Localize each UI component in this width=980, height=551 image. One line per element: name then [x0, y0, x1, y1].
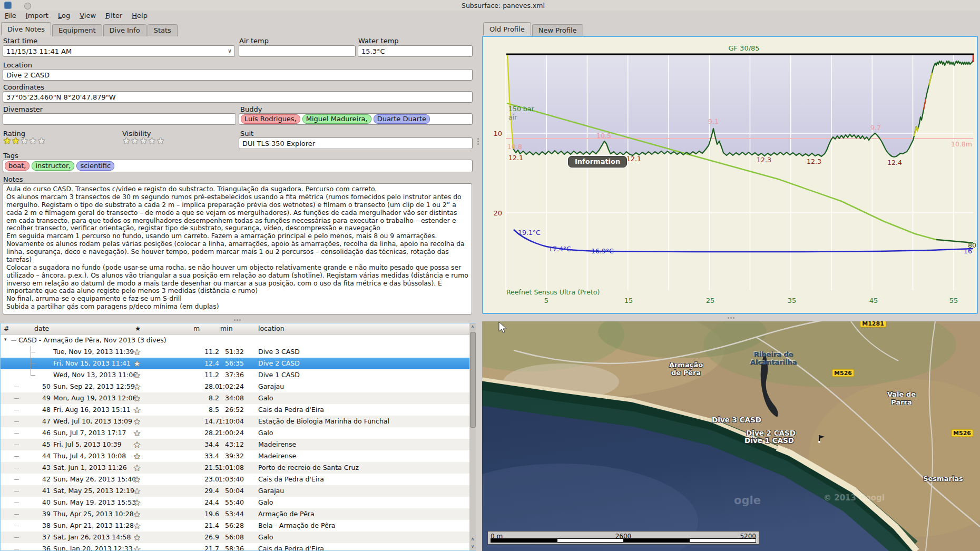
menu-help[interactable]: Help — [127, 11, 152, 21]
star-icon[interactable]: ★ — [156, 136, 165, 145]
suit-label: Suit — [240, 130, 253, 137]
star-icon[interactable]: ★ — [37, 136, 46, 145]
star-icon[interactable]: ★ — [21, 136, 29, 145]
dive-row[interactable]: Fri, Nov 15, 2013 11:41★★★★★12.456:35Div… — [1, 358, 475, 369]
time-axis-tick: 45 — [869, 297, 878, 304]
tab-old-profile[interactable]: Old Profile — [483, 22, 531, 35]
dive-row[interactable]: 39Thu, Apr 25, 2013 10:28★★★★★19.653:44A… — [1, 508, 475, 520]
dive-duration: 1:03:40 — [207, 475, 244, 483]
scroll-up-icon[interactable]: ∧ — [469, 323, 476, 330]
dive-row[interactable]: 36Sun, Jan 20, 2013 12:33★★★★★21.758:36C… — [1, 543, 475, 551]
star-icon[interactable]: ★ — [12, 136, 20, 145]
coordinates-input[interactable] — [3, 91, 473, 103]
buddy-input[interactable]: Luís Rodrigues,Miguel Madureira,Duarte D… — [239, 113, 473, 125]
tag-chip[interactable]: instructor, — [32, 161, 74, 171]
tag-chip[interactable]: boat, — [5, 161, 30, 171]
scroll-down-icon[interactable]: ∨ — [469, 543, 476, 550]
start-time-combobox[interactable] — [3, 45, 235, 57]
dive-row[interactable]: 49Mon, Aug 19, 2013 12:06★★★★★8.234:08Ga… — [1, 392, 475, 404]
star-icon[interactable]: ★ — [148, 136, 156, 145]
buddy-chip[interactable]: Duarte Duarte — [374, 114, 430, 124]
dive-number: 38 — [24, 522, 51, 529]
dive-trip-group-row[interactable]: ▾ CASD - Armação de Pêra, Nov 2013 (3 di… — [1, 334, 475, 346]
menu-view[interactable]: View — [75, 11, 101, 21]
dive-list-header[interactable]: #date★mminlocation — [1, 323, 475, 334]
scrollbar-thumb[interactable] — [470, 332, 476, 428]
star-icon[interactable]: ★ — [29, 136, 37, 145]
star-icon[interactable]: ★ — [122, 136, 131, 145]
dive-site-label[interactable]: Dive 1 CASD — [744, 436, 794, 445]
star-icon[interactable]: ★ — [3, 136, 12, 145]
menu-log[interactable]: Log — [53, 11, 75, 21]
dive-date: Sun, Sep 22, 2013 12:59 — [53, 382, 135, 390]
dive-row[interactable]: 47Wed, Jul 10, 2013 13:09★★★★★14.71:10:0… — [1, 416, 475, 427]
dive-site-label[interactable]: Dive 3 CASD — [712, 416, 761, 424]
dive-location: Dive 1 CASD — [258, 371, 300, 379]
star-icon: ★ — [134, 418, 140, 426]
divemaster-input[interactable] — [3, 113, 236, 125]
dive-location: Cais da Pedra d'Eira — [258, 406, 324, 414]
tags-input[interactable]: boat,instructor,scientific — [3, 160, 473, 172]
vertical-splitter[interactable] — [476, 22, 482, 551]
column-header-2[interactable]: ★ — [135, 324, 141, 332]
dive-row[interactable]: 50Sun, Sep 22, 2013 12:59★★★★★28.01:02:2… — [1, 381, 475, 392]
star-icon: ★ — [134, 499, 140, 507]
star-icon[interactable]: ★ — [140, 136, 148, 145]
splitter-handle[interactable] — [728, 317, 734, 319]
depth-axis-tick: 20 — [493, 209, 502, 217]
column-header-0[interactable]: # — [4, 324, 9, 332]
column-header-3[interactable]: m — [193, 324, 200, 332]
dive-row[interactable]: 40Sun, May 19, 2013 15:53★★★★★24.455:40G… — [1, 497, 475, 508]
notes-textarea[interactable]: Aula do curso CASD. Transectos c/video e… — [3, 183, 472, 314]
dive-location: Cais da Pedra d'Eira — [258, 545, 324, 551]
column-header-1[interactable]: date — [34, 324, 49, 332]
air-temp-input[interactable] — [239, 45, 356, 57]
dive-row[interactable]: Tue, Nov 19, 2013 11:39★★★★★11.251:32Div… — [1, 346, 475, 358]
road-badge: M526 — [832, 369, 854, 377]
buddy-chip[interactable]: Luís Rodrigues, — [241, 114, 300, 124]
time-axis-tick: 35 — [788, 297, 797, 304]
menu-import[interactable]: Import — [21, 11, 53, 21]
notes-label: Notes — [3, 175, 23, 183]
dive-duration: 1:01:08 — [207, 464, 244, 471]
dive-row[interactable]: 41Sat, May 25, 2013 12:19★★★★★29.450:04G… — [1, 485, 475, 497]
column-header-5[interactable]: location — [258, 324, 285, 332]
location-input[interactable] — [3, 69, 473, 81]
rating-stars[interactable]: ★★★★★ — [3, 136, 46, 145]
visibility-stars[interactable]: ★★★★★ — [122, 136, 165, 145]
star-icon: ★ — [134, 546, 140, 551]
dive-row[interactable]: 42Sun, May 26, 2013 15:40★★★★★23.01:03:4… — [1, 474, 475, 485]
scroll-up-icon[interactable]: ∧ — [469, 536, 476, 543]
dive-row[interactable]: 48Fri, Aug 16, 2013 15:11★★★★★8.526:52Ca… — [1, 404, 475, 416]
suit-input[interactable] — [239, 137, 473, 149]
splitter-handle[interactable] — [477, 138, 479, 145]
information-tooltip[interactable]: Information — [568, 156, 627, 168]
tab-dive-notes[interactable]: Dive Notes — [1, 22, 51, 35]
dive-row[interactable]: Wed, Nov 13, 2013 11:06★★★★★11.237:36Div… — [1, 369, 475, 381]
dive-row[interactable]: 43Sat, Jun 1, 2013 11:26★★★★★21.51:01:08… — [1, 462, 475, 474]
dive-site-map[interactable]: Armação de PêraRibeira de AlcantarilhaVa… — [482, 321, 980, 551]
star-icon: ★ — [134, 360, 140, 368]
horizontal-splitter-handle[interactable] — [234, 319, 241, 321]
column-header-4[interactable]: min — [220, 324, 233, 332]
tag-chip[interactable]: scientific — [76, 161, 114, 171]
dive-row[interactable]: 38Sun, Apr 21, 2013 11:28★★★★★21.456:28B… — [1, 520, 475, 532]
sensor-label: Reefnet Sensus Ultra (Preto) — [506, 288, 600, 296]
dive-row[interactable]: 37Sat, Jan 26, 2013 14:58★★★★★26.956:08G… — [1, 532, 475, 543]
collapse-arrow-icon[interactable]: ▾ — [4, 337, 7, 342]
menu-file[interactable]: File — [0, 11, 21, 21]
dive-row[interactable]: 44Thu, Jul 4, 2013 10:08★★★★★33.439:32Ma… — [1, 450, 475, 462]
star-icon[interactable]: ★ — [131, 136, 139, 145]
dive-list-scrollbar[interactable]: ∧ ∧ ∨ — [469, 323, 476, 550]
menu-filter[interactable]: Filter — [101, 11, 127, 21]
dive-location: Armação de Pêra — [258, 510, 315, 518]
chevron-down-icon[interactable]: ∨ — [228, 47, 232, 54]
dive-location: Estação de Biologia Marinha do Funchal — [258, 417, 389, 425]
temperature-label: 16 — [964, 247, 972, 255]
profile-map-splitter[interactable] — [482, 315, 980, 321]
buddy-chip[interactable]: Miguel Madureira, — [302, 114, 371, 124]
tab-new-profile[interactable]: New Profile — [532, 24, 583, 36]
water-temp-input[interactable] — [358, 45, 473, 57]
dive-row[interactable]: 46Sun, Jul 7, 2013 17:17★★★★★28.21:00:24… — [1, 427, 475, 439]
dive-row[interactable]: 45Fri, Jul 5, 2013 10:39★★★★★34.443:12Ma… — [1, 439, 475, 450]
